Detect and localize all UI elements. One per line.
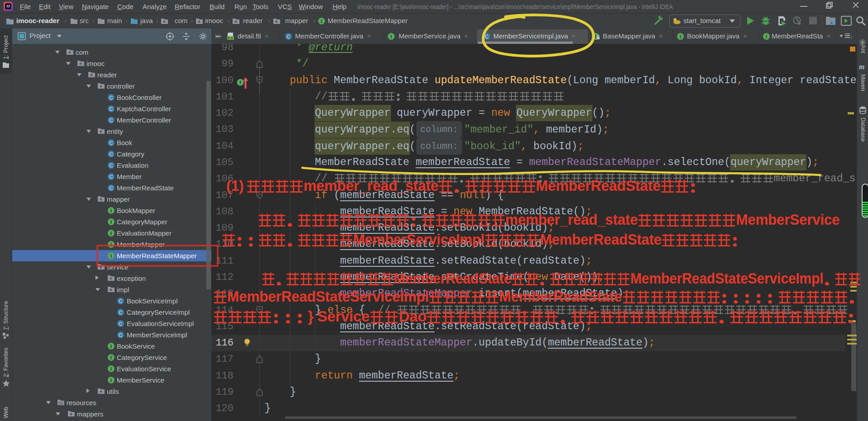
svg-text:I: I (110, 377, 112, 383)
svg-text:C: C (110, 151, 113, 156)
svg-text:C: C (119, 309, 123, 315)
svg-text:I: I (321, 19, 322, 24)
svg-text:C: C (110, 185, 113, 190)
svg-text:3: 3 (850, 35, 852, 40)
svg-text:I: I (110, 241, 112, 247)
svg-text:C: C (110, 95, 113, 100)
svg-text:C: C (110, 174, 113, 179)
svg-text:C: C (110, 140, 113, 145)
svg-text:I: I (110, 230, 112, 236)
svg-text:I: I (110, 355, 112, 360)
svg-text:C: C (110, 117, 113, 123)
svg-text:C: C (119, 321, 123, 326)
svg-text:C: C (119, 332, 123, 337)
svg-text:I: I (110, 343, 112, 349)
svg-text:I: I (110, 219, 112, 224)
svg-text:C: C (287, 34, 291, 39)
svg-text:I: I (110, 253, 112, 258)
svg-text:C: C (110, 162, 113, 168)
svg-text:I: I (110, 208, 112, 213)
svg-text:I: I (680, 34, 681, 39)
svg-text:C: C (110, 106, 113, 111)
svg-text:I: I (110, 366, 112, 371)
svg-text:I: I (766, 34, 767, 39)
svg-text:I: I (595, 34, 596, 39)
svg-text:C: C (485, 34, 489, 39)
svg-text:I: I (239, 80, 241, 85)
svg-text:I: I (391, 34, 392, 39)
svg-text:C: C (119, 298, 123, 303)
